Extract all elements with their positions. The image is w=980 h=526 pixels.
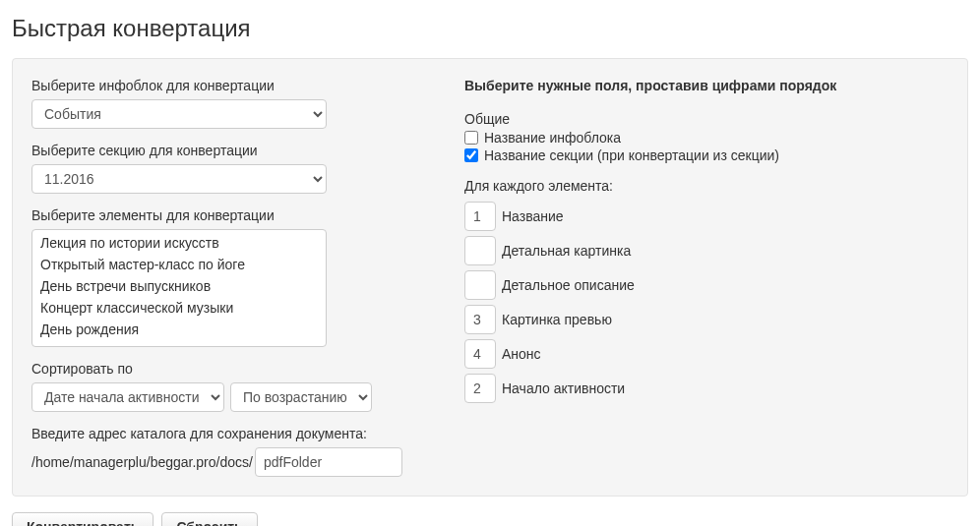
field-label: Начало активности: [502, 380, 625, 396]
path-input[interactable]: [255, 447, 402, 477]
infoblock-name-label: Название инфоблока: [484, 130, 621, 146]
elements-option[interactable]: Открытый мастер-класс по йоге: [32, 254, 326, 275]
left-column: Выберите инфоблок для конвертации Событи…: [31, 78, 445, 477]
infoblock-select[interactable]: События: [31, 99, 327, 129]
buttons-row: Конвертировать Сбросить: [12, 512, 968, 526]
sort-order-select[interactable]: По возрастанию: [230, 382, 372, 412]
field-order-input[interactable]: [464, 236, 496, 265]
elements-option[interactable]: День рождения: [32, 319, 326, 340]
sort-by-select[interactable]: Дате начала активности: [31, 382, 224, 412]
elements-multiselect[interactable]: Лекция по истории искусств Открытый маст…: [31, 229, 327, 347]
infoblock-name-checkbox[interactable]: [464, 131, 478, 145]
field-row: Анонс: [464, 339, 949, 369]
elements-option[interactable]: Лекция по истории искусств: [32, 232, 326, 254]
infoblock-label: Выберите инфоблок для конвертации: [31, 78, 445, 93]
field-row: Картинка превью: [464, 305, 949, 334]
form-panel: Выберите инфоблок для конвертации Событи…: [12, 58, 968, 497]
right-title: Выберите нужные поля, проставив цифрами …: [464, 78, 949, 93]
per-element-fields: Название Детальная картинка Детальное оп…: [464, 202, 949, 403]
field-order-input[interactable]: [464, 270, 496, 300]
section-label: Выберите секцию для конвертации: [31, 143, 445, 158]
convert-button[interactable]: Конвертировать: [12, 512, 153, 526]
field-label: Название: [502, 208, 564, 224]
section-name-label: Название секции (при конвертации из секц…: [484, 147, 779, 163]
page-title: Быстрая конвертация: [12, 15, 968, 42]
elements-option[interactable]: Концерт классической музыки: [32, 297, 326, 319]
elements-label: Выберите элементы для конвертации: [31, 207, 445, 223]
field-row: Начало активности: [464, 374, 949, 403]
per-element-heading: Для каждого элемента:: [464, 178, 949, 194]
path-prefix: /home/managerplu/beggar.pro/docs/: [31, 454, 253, 470]
field-order-input[interactable]: [464, 305, 496, 334]
field-order-input[interactable]: [464, 202, 496, 231]
section-select[interactable]: 11.2016: [31, 164, 327, 194]
field-order-input[interactable]: [464, 339, 496, 369]
field-row: Детальная картинка: [464, 236, 949, 265]
field-label: Детальное описание: [502, 277, 635, 293]
elements-option[interactable]: День встречи выпускников: [32, 275, 326, 297]
common-heading: Общие: [464, 111, 949, 127]
field-row: Название: [464, 202, 949, 231]
field-row: Детальное описание: [464, 270, 949, 300]
sort-label: Сортировать по: [31, 361, 445, 377]
section-name-checkbox[interactable]: [464, 148, 478, 162]
path-label: Введите адрес каталога для сохранения до…: [31, 426, 445, 441]
field-label: Детальная картинка: [502, 243, 631, 259]
field-order-input[interactable]: [464, 374, 496, 403]
right-column: Выберите нужные поля, проставив цифрами …: [464, 78, 949, 477]
field-label: Анонс: [502, 346, 541, 362]
reset-button[interactable]: Сбросить: [161, 512, 257, 526]
field-label: Картинка превью: [502, 312, 612, 327]
